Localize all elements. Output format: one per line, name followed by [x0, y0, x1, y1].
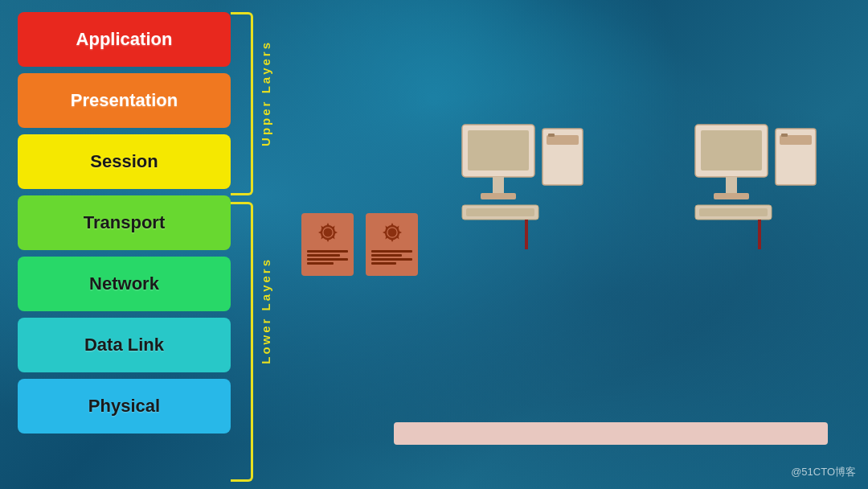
svg-rect-14 — [466, 208, 534, 216]
upper-layers-label: Upper Layers — [259, 40, 272, 146]
osi-layers-panel: Application Presentation Session Transpo… — [18, 12, 231, 434]
watermark: @51CTO博客 — [791, 465, 856, 479]
svg-rect-24 — [699, 208, 768, 216]
layer-application: Application — [18, 12, 231, 67]
lower-bracket — [231, 202, 253, 482]
layer-network: Network — [18, 257, 231, 311]
packet-data-lines-2 — [371, 250, 412, 265]
network-bus — [394, 422, 828, 445]
svg-rect-22 — [714, 193, 749, 199]
svg-rect-12 — [481, 193, 516, 199]
svg-rect-18 — [781, 134, 788, 137]
data-packet-1 — [301, 213, 354, 276]
packet-data-lines-1 — [307, 250, 348, 265]
layer-physical: Physical — [18, 379, 231, 434]
svg-rect-10 — [468, 130, 529, 171]
layer-datalink: Data Link — [18, 318, 231, 372]
svg-rect-20 — [701, 130, 762, 171]
data-packets-area — [301, 213, 418, 276]
lower-layers-label: Lower Layers — [259, 257, 272, 364]
layer-transport: Transport — [18, 195, 231, 250]
svg-rect-21 — [726, 177, 737, 193]
layer-session: Session — [18, 134, 231, 189]
svg-rect-8 — [548, 134, 555, 137]
computer-right-svg — [691, 113, 828, 265]
upper-bracket — [231, 12, 253, 195]
data-packet-2 — [366, 213, 418, 276]
computer-left-svg — [458, 113, 595, 265]
svg-rect-11 — [493, 177, 504, 193]
layer-presentation: Presentation — [18, 73, 231, 128]
computer-right — [691, 113, 828, 269]
computer-left — [458, 113, 595, 269]
gear-icon-2 — [378, 218, 407, 247]
gear-icon-1 — [313, 218, 342, 247]
